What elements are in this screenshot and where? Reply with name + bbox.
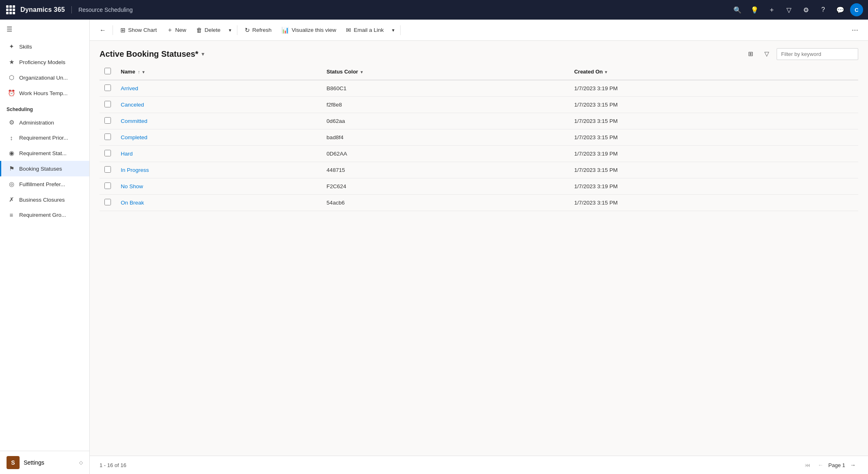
- row-checkbox[interactable]: [104, 101, 111, 107]
- row-checkbox-cell[interactable]: [100, 195, 116, 211]
- page-title-row: Active Booking Statuses* ▾: [100, 49, 204, 59]
- toolbar-sep-2: [400, 25, 401, 35]
- row-checkbox[interactable]: [104, 182, 111, 189]
- row-name-cell: Hard: [116, 146, 322, 162]
- status-color-chevron-icon[interactable]: ▾: [361, 70, 363, 74]
- delete-dropdown-button[interactable]: ▾: [226, 25, 234, 36]
- sidebar-item-administration[interactable]: ⚙ Administration: [0, 115, 89, 130]
- row-checkbox-cell[interactable]: [100, 80, 116, 97]
- refresh-icon: ↻: [245, 27, 250, 34]
- row-checkbox[interactable]: [104, 150, 111, 156]
- first-page-button[interactable]: ⏮: [802, 460, 813, 470]
- top-navigation: Dynamics 365 Resource Scheduling 🔍 💡 ＋ ▽…: [0, 0, 868, 20]
- sidebar-item-fulfillment[interactable]: ◎ Fulfillment Prefer...: [0, 176, 89, 192]
- row-created-on-cell: 1/7/2023 3:19 PM: [569, 80, 858, 97]
- more-options-button[interactable]: ⋯: [848, 24, 861, 36]
- row-checkbox-cell[interactable]: [100, 97, 116, 113]
- sidebar-hamburger[interactable]: ☰: [0, 20, 89, 39]
- fulfillment-icon: ◎: [8, 180, 15, 188]
- row-checkbox[interactable]: [104, 85, 111, 91]
- created-on-column-header[interactable]: Created On ▾: [569, 64, 858, 80]
- next-page-button[interactable]: →: [848, 460, 858, 470]
- visualize-icon: 📊: [281, 27, 289, 34]
- row-checkbox-cell[interactable]: [100, 178, 116, 195]
- hamburger-icon: ☰: [7, 25, 12, 33]
- row-status-color-cell: F2C624: [322, 178, 569, 195]
- sidebar-item-req-priority[interactable]: ↕ Requirement Prior...: [0, 130, 89, 145]
- select-all-checkbox[interactable]: [104, 68, 111, 74]
- req-priority-icon: ↕: [8, 134, 15, 141]
- sidebar-item-req-groups[interactable]: ≡ Requirement Gro...: [0, 207, 89, 223]
- toolbar-sep-0: [113, 25, 113, 35]
- row-checkbox-cell[interactable]: [100, 113, 116, 129]
- page-label: Page 1: [828, 462, 845, 468]
- filter-button[interactable]: ▽: [760, 47, 773, 60]
- filter-icon[interactable]: ▽: [782, 2, 796, 17]
- show-chart-button[interactable]: ⊞ Show Chart: [116, 24, 161, 36]
- row-checkbox-cell[interactable]: [100, 146, 116, 162]
- row-checkbox[interactable]: [104, 117, 111, 124]
- row-checkbox-cell[interactable]: [100, 162, 116, 178]
- user-avatar[interactable]: C: [850, 3, 863, 16]
- sidebar-item-booking-statuses[interactable]: ⚑ Booking Statuses: [0, 161, 89, 176]
- created-on-chevron-icon[interactable]: ▾: [605, 70, 607, 74]
- sidebar-item-business-closures[interactable]: ✗ Business Closures: [0, 192, 89, 207]
- new-button[interactable]: ＋ New: [163, 24, 190, 36]
- row-name-link[interactable]: In Progress: [121, 167, 149, 173]
- email-link-button[interactable]: ✉ Email a Link: [342, 24, 388, 36]
- row-name-link[interactable]: Canceled: [121, 102, 144, 108]
- help-icon[interactable]: ?: [816, 2, 830, 17]
- lightbulb-icon[interactable]: 💡: [747, 2, 762, 17]
- table-row: Committed 0d62aa 1/7/2023 3:15 PM: [100, 113, 858, 129]
- sidebar-item-req-status[interactable]: ◉ Requirement Stat...: [0, 145, 89, 161]
- row-name-link[interactable]: Hard: [121, 151, 133, 157]
- table-row: Hard 0D62AA 1/7/2023 3:19 PM: [100, 146, 858, 162]
- select-all-header[interactable]: [100, 64, 116, 80]
- table-body: Arrived B860C1 1/7/2023 3:19 PM Canceled…: [100, 80, 858, 211]
- row-status-color-cell: 0D62AA: [322, 146, 569, 162]
- sidebar-item-org-units[interactable]: ⬡ Organizational Un...: [0, 70, 89, 85]
- chat-icon[interactable]: 💬: [833, 2, 848, 17]
- settings-icon[interactable]: ⚙: [799, 2, 813, 17]
- visualize-button[interactable]: 📊 Visualize this view: [277, 24, 340, 36]
- delete-button[interactable]: 🗑 Delete: [192, 24, 225, 36]
- search-icon[interactable]: 🔍: [730, 2, 745, 17]
- sidebar-item-work-hours[interactable]: ⏰ Work Hours Temp...: [0, 85, 89, 101]
- sidebar-item-proficiency[interactable]: ★ Proficiency Models: [0, 54, 89, 70]
- name-chevron-icon[interactable]: ▾: [142, 70, 144, 74]
- scheduling-section-label: Scheduling: [0, 101, 89, 115]
- sidebar: ☰ ✦ Skills ★ Proficiency Models ⬡ Organi…: [0, 20, 90, 474]
- row-name-link[interactable]: Completed: [121, 134, 147, 140]
- back-button[interactable]: ←: [96, 24, 109, 36]
- email-dropdown-button[interactable]: ▾: [390, 25, 397, 36]
- status-color-column-label: Status Color: [327, 69, 358, 75]
- table-container: Name ↑ ▾ Status Color ▾ Created On ▾: [90, 64, 868, 456]
- refresh-button[interactable]: ↻ Refresh: [241, 24, 276, 36]
- page-header: Active Booking Statuses* ▾ ⊞ ▽: [90, 41, 868, 64]
- filter-input[interactable]: [777, 48, 858, 60]
- req-groups-icon: ≡: [8, 211, 15, 218]
- row-name-link[interactable]: Arrived: [121, 85, 138, 91]
- sidebar-footer[interactable]: S Settings ◇: [0, 451, 89, 474]
- row-checkbox[interactable]: [104, 134, 111, 140]
- view-toggle-button[interactable]: ⊞: [744, 47, 757, 60]
- row-name-link[interactable]: Committed: [121, 118, 147, 124]
- delete-icon: 🗑: [196, 27, 202, 33]
- row-checkbox[interactable]: [104, 199, 111, 205]
- prev-page-button[interactable]: ←: [815, 460, 826, 470]
- sidebar-item-skills[interactable]: ✦ Skills: [0, 39, 89, 54]
- status-color-column-header[interactable]: Status Color ▾: [322, 64, 569, 80]
- row-name-cell: No Show: [116, 178, 322, 195]
- app-grid-icon[interactable]: [5, 4, 16, 16]
- row-name-link[interactable]: On Break: [121, 200, 144, 206]
- work-hours-icon: ⏰: [8, 89, 15, 97]
- row-checkbox[interactable]: [104, 166, 111, 173]
- page-title-chevron-icon[interactable]: ▾: [202, 51, 204, 57]
- row-name-link[interactable]: No Show: [121, 183, 143, 189]
- row-status-color-cell: f2f8e8: [322, 97, 569, 113]
- name-column-header[interactable]: Name ↑ ▾: [116, 64, 322, 80]
- table-row: Completed bad8f4 1/7/2023 3:15 PM: [100, 129, 858, 146]
- row-checkbox-cell[interactable]: [100, 129, 116, 146]
- header-filter-icon: ▽: [764, 50, 769, 58]
- add-icon[interactable]: ＋: [764, 2, 779, 17]
